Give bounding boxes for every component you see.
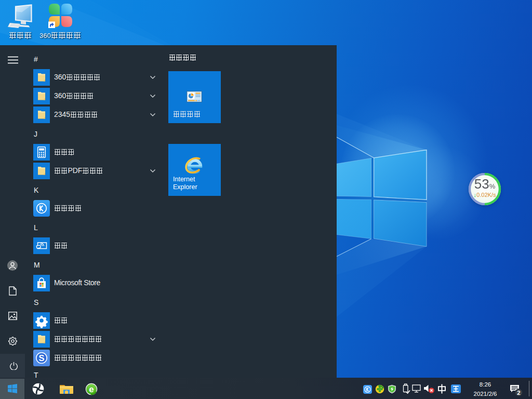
svg-text:S: S [38, 353, 44, 363]
svg-text:2: 2 [517, 390, 520, 396]
svg-text:e: e [89, 384, 94, 394]
